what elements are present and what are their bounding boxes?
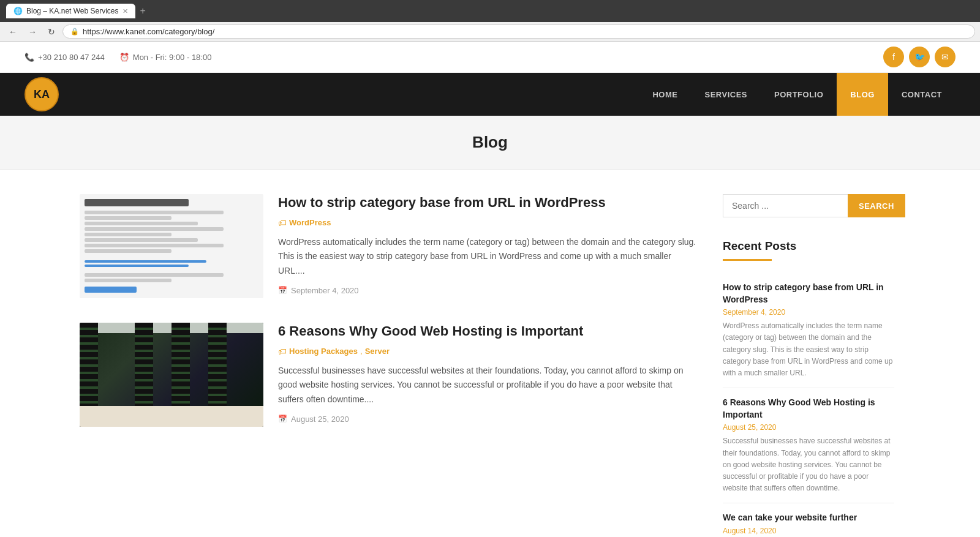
post-thumbnail-2 [80, 323, 263, 427]
blog-post: How to strip category base from URL in W… [80, 194, 698, 298]
nav-home[interactable]: HOME [639, 73, 691, 116]
back-btn[interactable]: ← [5, 26, 21, 38]
post-date-2: 📅 August 25, 2020 [278, 415, 698, 424]
wp-row [85, 279, 172, 282]
tab-close-btn[interactable]: ✕ [123, 7, 128, 15]
phone-icon: 📞 [24, 53, 34, 62]
section-underline [723, 259, 772, 261]
post-content-1: How to strip category base from URL in W… [278, 194, 698, 295]
wp-link-row [85, 260, 206, 263]
wp-row [85, 233, 172, 236]
wp-row [85, 216, 172, 220]
post-content-2: 6 Reasons Why Good Web Hosting is Import… [278, 323, 698, 424]
tag-icon: 🏷 [278, 347, 287, 356]
browser-nav-bar: ← → ↻ 🔒 https://www.kanet.com/category/b… [0, 22, 980, 42]
calendar-icon: 📅 [278, 415, 287, 423]
wp-header-row [85, 199, 189, 206]
post-tags-1: 🏷 WordPress [278, 218, 698, 228]
recent-post-item[interactable]: How to strip category base from URL in W… [723, 273, 894, 388]
blog-post: 6 Reasons Why Good Web Hosting is Import… [80, 323, 698, 427]
new-tab-btn[interactable]: + [140, 6, 146, 17]
post-thumbnail-1 [80, 194, 263, 298]
search-button[interactable]: SEARCH [848, 194, 905, 217]
forward-btn[interactable]: → [24, 26, 40, 38]
wp-row [85, 222, 198, 225]
server-room-image [80, 323, 263, 427]
post-title-2[interactable]: 6 Reasons Why Good Web Hosting is Import… [278, 323, 698, 340]
tab-favicon: 🌐 [13, 7, 23, 15]
server-floor [80, 406, 263, 427]
email-btn[interactable]: ✉ [935, 47, 956, 67]
nav-contact[interactable]: CONTACT [888, 73, 956, 116]
post-date-1: 📅 September 4, 2020 [278, 286, 698, 295]
clock-icon: ⏰ [119, 53, 129, 62]
recent-post-title: 6 Reasons Why Good Web Hosting is Import… [723, 397, 894, 421]
nav-services[interactable]: SERVICES [691, 73, 761, 116]
tag-separator: , [360, 347, 363, 356]
contact-info: 📞 +30 210 80 47 244 ⏰ Mon - Fri: 9:00 - … [24, 53, 211, 62]
tab-title: Blog – KA.net Web Services [26, 7, 119, 15]
logo: KA [24, 77, 59, 111]
recent-post-item[interactable]: We can take your website further August … [723, 503, 894, 537]
tag-icon: 🏷 [278, 218, 287, 228]
post-excerpt-2: Successful businesses have successful we… [278, 364, 698, 407]
date-text-2: August 25, 2020 [291, 415, 349, 424]
main-nav: HOME SERVICES PORTFOLIO BLOG CONTACT [639, 73, 956, 116]
social-icons: f 🐦 ✉ [883, 47, 956, 67]
recent-post-title: We can take your website further [723, 512, 894, 524]
wp-btn-row [85, 287, 137, 293]
page-title: Blog [0, 133, 980, 152]
hours-info: ⏰ Mon - Fri: 9:00 - 18:00 [119, 53, 212, 62]
post-title-1[interactable]: How to strip category base from URL in W… [278, 194, 698, 212]
lock-icon: 🔒 [70, 28, 79, 36]
site-header: KA HOME SERVICES PORTFOLIO BLOG CONTACT [0, 73, 980, 116]
wp-screenshot [80, 194, 263, 298]
page-title-bar: Blog [0, 116, 980, 170]
date-text-1: September 4, 2020 [291, 286, 359, 295]
browser-tab[interactable]: 🌐 Blog – KA.net Web Services ✕ [6, 4, 135, 18]
wp-link-row [85, 265, 189, 267]
recent-post-title: How to strip category base from URL in W… [723, 282, 894, 306]
spacer [85, 269, 258, 271]
address-bar[interactable]: 🔒 https://www.kanet.com/category/blog/ [62, 24, 975, 39]
refresh-btn[interactable]: ↻ [44, 26, 59, 38]
blog-posts-list: How to strip category base from URL in W… [80, 194, 698, 537]
recent-post-date: September 4, 2020 [723, 308, 894, 317]
post-tag-hosting[interactable]: Hosting Packages [289, 347, 358, 356]
browser-chrome: 🌐 Blog – KA.net Web Services ✕ + [0, 0, 980, 22]
recent-posts-section: Recent Posts How to strip category base … [723, 239, 894, 537]
wp-row [85, 244, 224, 247]
phone-info: 📞 +30 210 80 47 244 [24, 53, 105, 62]
phone-number: +30 210 80 47 244 [38, 53, 105, 62]
wp-row [85, 238, 198, 242]
facebook-btn[interactable]: f [883, 47, 904, 67]
top-bar: 📞 +30 210 80 47 244 ⏰ Mon - Fri: 9:00 - … [0, 42, 980, 73]
logo-text: KA [34, 88, 50, 101]
recent-post-item[interactable]: 6 Reasons Why Good Web Hosting is Import… [723, 388, 894, 503]
search-input[interactable] [723, 194, 848, 217]
post-excerpt-1: WordPress automatically includes the ter… [278, 235, 698, 279]
wp-row [85, 227, 224, 231]
business-hours: Mon - Fri: 9:00 - 18:00 [133, 53, 212, 62]
nav-blog[interactable]: BLOG [837, 73, 888, 116]
spacer [85, 255, 258, 258]
search-box: SEARCH [723, 194, 894, 217]
calendar-icon: 📅 [278, 286, 287, 295]
post-tag[interactable]: WordPress [289, 218, 331, 227]
recent-post-excerpt: WordPress automatically includes the ter… [723, 320, 894, 379]
sidebar: SEARCH Recent Posts How to strip categor… [723, 194, 894, 537]
recent-posts-title: Recent Posts [723, 239, 894, 253]
main-content: How to strip category base from URL in W… [61, 170, 919, 537]
recent-post-excerpt: Successful businesses have successful we… [723, 435, 894, 494]
twitter-btn[interactable]: 🐦 [909, 47, 930, 67]
wp-row [85, 249, 172, 253]
wp-row [85, 273, 224, 277]
wp-row [85, 211, 224, 214]
post-tag-server[interactable]: Server [365, 347, 390, 356]
recent-post-date: August 14, 2020 [723, 527, 894, 535]
url-text: https://www.kanet.com/category/blog/ [83, 27, 214, 36]
logo-area[interactable]: KA [24, 77, 59, 111]
nav-portfolio[interactable]: PORTFOLIO [761, 73, 837, 116]
post-tags-2: 🏷 Hosting Packages , Server [278, 347, 698, 356]
recent-post-date: August 25, 2020 [723, 423, 894, 432]
